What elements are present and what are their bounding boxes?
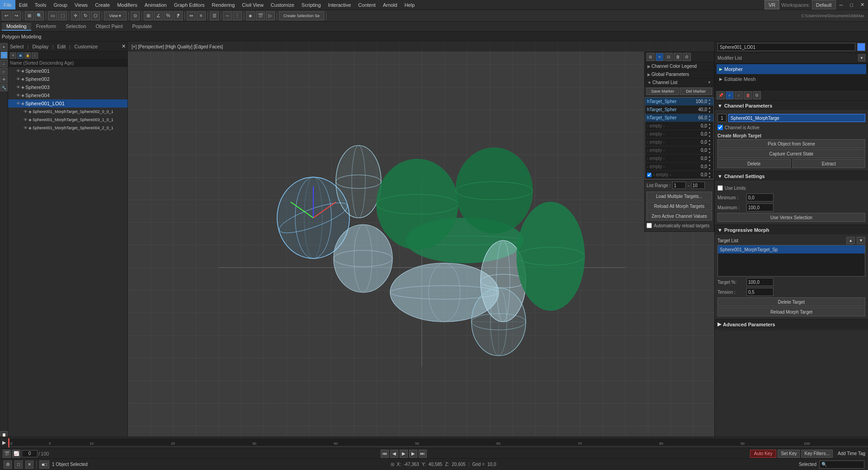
ch2-dn[interactable]: ▼ — [708, 118, 712, 122]
status-icon-3[interactable]: ✕ — [25, 461, 33, 469]
status-icon-1[interactable]: ⚙ — [4, 461, 12, 469]
prev-frame-btn[interactable]: ◀ — [390, 450, 398, 458]
schematic-button[interactable]: ⋮ — [233, 11, 242, 20]
close-explorer-btn[interactable]: ✕ — [122, 43, 126, 49]
redo-button[interactable]: ↪ — [12, 11, 21, 20]
target-down-btn[interactable]: ▼ — [857, 237, 865, 244]
channel-active-checkbox[interactable] — [717, 125, 723, 130]
ch-tool-1[interactable]: ⊞ — [646, 53, 655, 61]
ch5-up[interactable]: ▲ — [708, 138, 712, 142]
go-end-btn[interactable]: ⏭ — [419, 450, 427, 458]
ch3-dn[interactable]: ▼ — [708, 126, 712, 130]
editable-mesh-modifier[interactable]: ▶ Editable Mesh — [717, 74, 866, 84]
set-key-btn[interactable]: Set Key — [778, 450, 800, 458]
timeline-expand-btn[interactable]: ▶ — [0, 437, 8, 448]
color-swatch[interactable] — [857, 43, 865, 51]
scene-item-sphere004[interactable]: 👁◈ Sphere004 — [8, 91, 127, 99]
motion-tab[interactable]: ▷ — [0, 68, 8, 75]
spinner-snap-button[interactable]: ⁋ — [174, 11, 183, 20]
menu-customize[interactable]: Customize — [267, 0, 298, 9]
channel-list-header-row[interactable]: ▼ Channel List ▼ — [645, 79, 714, 87]
render-setup-button[interactable]: 🎬 — [256, 11, 265, 20]
curve-editor-btn[interactable]: 📈 — [12, 450, 20, 458]
status-icon-2[interactable]: □ — [14, 461, 23, 469]
current-frame-field[interactable] — [22, 450, 38, 457]
menu-modifiers[interactable]: Modifiers — [113, 0, 141, 9]
ch2-up[interactable]: ▲ — [708, 114, 712, 118]
channel-settings-header[interactable]: ▼ Channel Settings — [715, 171, 868, 181]
menu-scripting[interactable]: Scripting — [298, 0, 325, 9]
render-button[interactable]: ▷ — [266, 11, 275, 20]
menu-create[interactable]: Create — [91, 0, 113, 9]
auto-key-btn[interactable]: Auto Key — [750, 450, 777, 458]
vr-button[interactable]: VR — [764, 0, 779, 9]
ch0-up[interactable]: ▲ — [708, 98, 712, 102]
tab-freeform[interactable]: Freeform — [32, 23, 61, 31]
ch5-dn[interactable]: ▼ — [708, 142, 712, 146]
global-params-row[interactable]: ▶ Global Parameters — [645, 70, 714, 79]
pivot-button[interactable]: ⊙ — [131, 11, 140, 20]
reference-coord-dropdown[interactable]: View ▾ — [104, 11, 127, 20]
angle-snap-button[interactable]: ∠ — [154, 11, 163, 20]
select-by-name-button[interactable]: 🔍 — [35, 11, 44, 20]
target-list-item-0[interactable]: Sphere001_MorphTarget_Sp — [718, 245, 865, 254]
menu-arnold[interactable]: Arnold — [379, 0, 401, 9]
menu-content[interactable]: Content — [354, 0, 379, 9]
tab-object-paint[interactable]: Object Paint — [91, 23, 127, 31]
save-marker-btn[interactable]: Save Marker — [646, 88, 679, 95]
ch-tool-5[interactable]: ⚙ — [683, 53, 691, 61]
tension-field[interactable] — [746, 288, 774, 296]
hierarchy-tab[interactable]: ⊥ — [0, 60, 8, 67]
filter-none-btn[interactable]: ✕ — [10, 52, 16, 59]
select-object-button[interactable]: ⊞ — [25, 11, 34, 20]
menu-views[interactable]: Views — [71, 0, 91, 9]
lock-btn[interactable]: 🔒 — [24, 52, 31, 59]
animation-menu-btn[interactable]: 🎬 — [3, 450, 11, 458]
go-start-btn[interactable]: ⏮ — [381, 450, 389, 458]
ch8-dn[interactable]: ▼ — [708, 167, 712, 171]
scene-item-sphere003[interactable]: 👁◈ Sphere003 — [8, 83, 127, 91]
range-from-field[interactable] — [672, 182, 686, 189]
ch9-up[interactable]: ▲ — [708, 171, 712, 175]
scale-button[interactable]: ⬡ — [91, 11, 100, 20]
material-editor-button[interactable]: ◈ — [246, 11, 255, 20]
play-btn[interactable]: ▶ — [400, 450, 408, 458]
progressive-morph-header[interactable]: ▼ Progressive Morph — [715, 225, 868, 235]
display-menu[interactable]: Display — [32, 44, 48, 49]
pin-modifier-btn[interactable]: 📌 — [717, 91, 725, 99]
ch4-up[interactable]: ▲ — [708, 130, 712, 134]
menu-edit[interactable]: Edit — [15, 0, 31, 9]
window-restore[interactable]: □ — [846, 0, 857, 9]
menu-group[interactable]: Group — [50, 0, 71, 9]
del-marker-btn[interactable]: Del Marker — [680, 88, 712, 95]
object-name-field[interactable]: Sphere001_LO01 — [717, 43, 855, 51]
channel-name-field[interactable]: Sphere001_MorphTarge — [728, 114, 865, 122]
ch1-dn[interactable]: ▼ — [708, 110, 712, 114]
ch1-up[interactable]: ▲ — [708, 106, 712, 110]
menu-civil-view[interactable]: Civil View — [238, 0, 267, 9]
capture-current-state-btn[interactable]: Capture Current State — [717, 149, 865, 158]
scene-item-sphere002[interactable]: 👁◈ Sphere002 — [8, 75, 127, 83]
max-value-field[interactable] — [746, 203, 774, 212]
customize-menu[interactable]: Customize — [74, 44, 98, 49]
menu-file[interactable]: File — [0, 0, 15, 9]
tab-populate[interactable]: Populate — [127, 23, 156, 31]
edit-menu[interactable]: Edit — [57, 44, 66, 49]
ch6-up[interactable]: ▲ — [708, 146, 712, 150]
move-button[interactable]: ✛ — [71, 11, 80, 20]
modifier-active-btn[interactable]: ✓ — [726, 91, 734, 99]
window-crossing-button[interactable]: ⬚ — [58, 11, 67, 20]
ch3-up[interactable]: ▲ — [708, 122, 712, 126]
load-multiple-targets-btn[interactable]: Load Multiple Targets... — [646, 192, 712, 201]
mirror-button[interactable]: ⇔ — [187, 11, 196, 20]
ch8-up[interactable]: ▲ — [708, 163, 712, 167]
tab-modeling[interactable]: Modeling — [2, 23, 31, 31]
target-up-btn[interactable]: ▲ — [846, 237, 855, 244]
scene-item-morph003[interactable]: 👁◈ Sphere001_MorphTarget_Sphere003_1_0_1 — [8, 116, 127, 124]
min-value-field[interactable] — [746, 193, 774, 202]
target-pct-field[interactable] — [746, 278, 774, 286]
channel-params-header[interactable]: ▼ Channel Parameters — [715, 101, 868, 111]
status-icon-4[interactable]: ■□ — [39, 461, 49, 469]
channel-list-dropdown-btn[interactable]: ▼ — [708, 80, 711, 85]
viewport[interactable]: [+] [Perspective] [High Quality] [Edged … — [128, 42, 714, 448]
